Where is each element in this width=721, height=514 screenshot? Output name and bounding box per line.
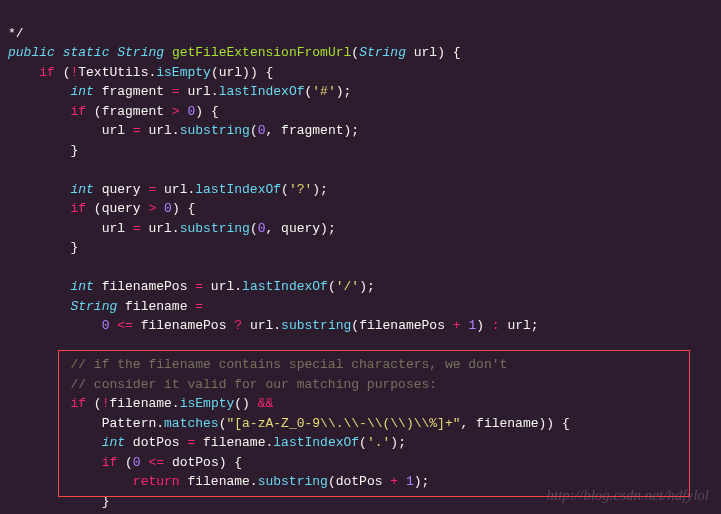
comment-line-1: // if the filename contains special char…: [70, 357, 507, 372]
kw-public: public: [8, 45, 55, 60]
line-1: */: [8, 26, 24, 41]
code-block: */ public static String getFileExtension…: [0, 0, 721, 514]
type-string: String: [117, 45, 164, 60]
fn-name: getFileExtensionFromUrl: [172, 45, 351, 60]
kw-static: static: [63, 45, 110, 60]
comment-line-2: // consider it valid for our matching pu…: [70, 377, 437, 392]
